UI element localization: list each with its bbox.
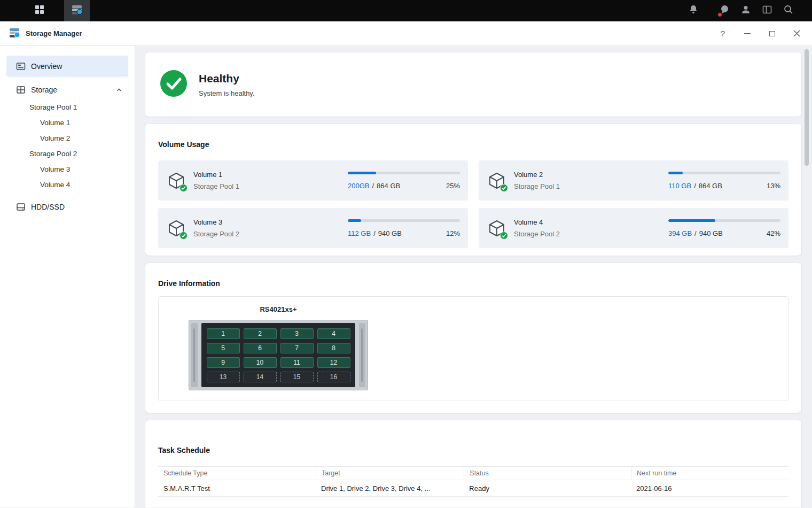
volume-usage-meter: 394 GB / 940 GB 42% xyxy=(668,219,780,237)
chevron-up-icon[interactable] xyxy=(115,86,123,94)
storage-manager-window: Storage Manager ? Overview Sto xyxy=(0,21,812,508)
drive-information-title: Drive Information xyxy=(158,263,788,288)
volume-usage-meter: 200GB / 864 GB 25% xyxy=(348,172,460,190)
separator: / xyxy=(373,229,376,237)
minimize-button[interactable] xyxy=(743,29,752,39)
volume-info: Volume 1 Storage Pool 1 xyxy=(193,171,239,190)
usage-percent: 12% xyxy=(446,229,460,237)
drive-bay-grid: 12345678910111213141516 xyxy=(201,323,355,387)
task-cell: Ready xyxy=(464,480,631,496)
sidebar-item-volume-1[interactable]: Volume 1 xyxy=(0,115,135,130)
volume-name: Volume 1 xyxy=(193,171,239,179)
task-column-header: Target xyxy=(316,467,464,480)
task-table: Schedule TypeTargetStatusNext run time S… xyxy=(158,466,788,497)
sidebar-item-storage[interactable]: Storage xyxy=(0,80,135,99)
notifications-button[interactable] xyxy=(683,0,704,21)
window-title-group: Storage Manager xyxy=(9,27,82,40)
sidebar-item-storage-pool-2[interactable]: Storage Pool 2 xyxy=(0,146,135,161)
task-cell: Drive 1, Drive 2, Drive 3, Drive 4, ... xyxy=(316,480,464,496)
widgets-button[interactable] xyxy=(756,0,778,21)
help-button[interactable]: ? xyxy=(718,29,728,39)
used-capacity-link[interactable]: 200GB xyxy=(348,182,369,190)
task-column-header: Next run time xyxy=(631,467,788,480)
drive-bay-6[interactable]: 6 xyxy=(244,343,277,353)
drive-bay-3[interactable]: 3 xyxy=(280,328,314,339)
search-button[interactable] xyxy=(778,0,799,21)
sidebar-item-label: Overview xyxy=(31,62,62,71)
total-capacity: 940 GB xyxy=(378,229,402,237)
volume-cube-icon xyxy=(167,219,186,238)
scrollbar-thumb[interactable] xyxy=(805,49,809,166)
volume-tile-3[interactable]: Volume 3 Storage Pool 2 112 GB / 940 GB … xyxy=(158,208,468,248)
drive-bay-12[interactable]: 12 xyxy=(317,357,350,368)
volume-usage-card: Volume Usage Volume 1 Storage Pool 1 xyxy=(145,124,801,256)
sidebar-item-label: Storage xyxy=(31,86,57,94)
sidebar-item-storage-pool-1[interactable]: Storage Pool 1 xyxy=(0,99,135,115)
drive-bay-14[interactable]: 14 xyxy=(244,372,277,382)
volume-info: Volume 2 Storage Pool 1 xyxy=(514,171,560,190)
sidebar-item-hdd-ssd[interactable]: HDD/SSD xyxy=(0,197,135,217)
sidebar-item-volume-3[interactable]: Volume 3 xyxy=(0,161,135,177)
task-column-header: Schedule Type xyxy=(158,467,316,480)
close-button[interactable] xyxy=(792,29,801,39)
window-titlebar[interactable]: Storage Manager ? xyxy=(0,21,812,46)
sidebar-item-volume-4[interactable]: Volume 4 xyxy=(0,177,135,193)
drive-bay-10[interactable]: 10 xyxy=(244,357,277,368)
window-controls: ? xyxy=(718,29,801,39)
user-button[interactable] xyxy=(735,0,756,21)
volume-pool: Storage Pool 2 xyxy=(514,230,560,238)
progress-fill xyxy=(668,172,683,174)
usage-row: 110 GB / 864 GB 13% xyxy=(668,182,780,190)
healthy-badge-icon xyxy=(500,232,508,240)
volume-name: Volume 4 xyxy=(514,218,560,226)
used-capacity-link[interactable]: 112 GB xyxy=(348,229,371,237)
search-icon xyxy=(783,4,794,17)
drive-bay-4[interactable]: 4 xyxy=(317,328,350,339)
drive-bay-13[interactable]: 13 xyxy=(207,372,240,382)
sidebar-item-overview[interactable]: Overview xyxy=(6,56,128,77)
storage-manager-app-icon xyxy=(71,4,83,18)
usage-percent: 42% xyxy=(767,229,780,237)
usage-row: 112 GB / 940 GB 12% xyxy=(348,229,460,237)
task-table-body: S.M.A.R.T TestDrive 1, Drive 2, Drive 3,… xyxy=(158,480,788,497)
main-menu-button[interactable] xyxy=(27,0,52,21)
volume-tile-2[interactable]: Volume 2 Storage Pool 1 110 GB / 864 GB … xyxy=(479,160,788,201)
close-icon xyxy=(793,30,800,37)
maximize-button[interactable] xyxy=(767,29,777,39)
separator: / xyxy=(694,182,696,190)
used-capacity-link[interactable]: 110 GB xyxy=(668,182,691,190)
drive-bay-8[interactable]: 8 xyxy=(317,343,350,353)
volume-tile-4[interactable]: Volume 4 Storage Pool 2 394 GB / 940 GB … xyxy=(479,208,788,248)
progress-track xyxy=(348,219,460,222)
drive-bay-7[interactable]: 7 xyxy=(280,343,314,353)
drive-bay-15[interactable]: 15 xyxy=(280,372,314,382)
drive-bay-5[interactable]: 5 xyxy=(207,343,240,353)
task-row[interactable]: S.M.A.R.T TestDrive 1, Drive 2, Drive 3,… xyxy=(158,480,788,497)
bell-icon xyxy=(688,4,699,17)
drive-bay-9[interactable]: 9 xyxy=(207,357,240,368)
volume-name: Volume 2 xyxy=(514,171,560,179)
drive-bay-11[interactable]: 11 xyxy=(280,357,314,368)
total-capacity: 864 GB xyxy=(377,182,400,190)
volume-pool: Storage Pool 1 xyxy=(514,182,560,190)
maximize-icon xyxy=(769,31,775,36)
usage-row: 394 GB / 940 GB 42% xyxy=(668,229,780,237)
task-schedule-title: Task Schedule xyxy=(158,420,788,455)
sidebar-item-volume-2[interactable]: Volume 2 xyxy=(0,130,135,146)
volume-cube-icon xyxy=(487,219,506,238)
apps-grid-icon xyxy=(34,4,45,17)
volume-tile-1[interactable]: Volume 1 Storage Pool 1 200GB / 864 GB 2… xyxy=(158,160,468,201)
drive-bay-16[interactable]: 16 xyxy=(317,372,350,382)
user-icon xyxy=(740,4,751,17)
drive-bay-2[interactable]: 2 xyxy=(244,328,277,339)
sidebar-spacer xyxy=(0,193,135,197)
rack-ear-right xyxy=(359,323,365,387)
messages-button[interactable] xyxy=(714,0,735,21)
sidebar-item-label: HDD/SSD xyxy=(31,203,65,211)
progress-fill xyxy=(348,172,376,174)
window-title: Storage Manager xyxy=(26,29,82,37)
used-capacity-link[interactable]: 394 GB xyxy=(668,229,692,237)
storage-manager-taskbar-button[interactable] xyxy=(64,0,90,21)
drive-bay-1[interactable]: 1 xyxy=(207,328,240,339)
drive-enclosure-graphic: 12345678910111213141516 xyxy=(189,320,368,390)
